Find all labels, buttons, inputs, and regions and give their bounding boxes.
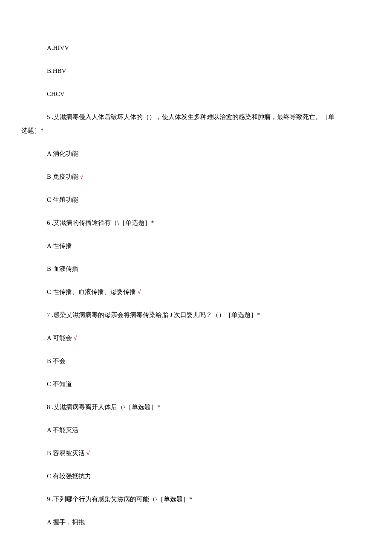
- q7-option-c: C 不知道: [21, 379, 371, 389]
- q5-stem-part1: 5 .艾滋病毒侵入人体后破坏人体的（），使人体发生多种难以治愈的感染和肿瘤，最终…: [21, 112, 371, 122]
- q4-option-a: A.HIVV: [21, 43, 371, 53]
- q5-stem-part2: 选题］*: [21, 125, 371, 136]
- q5-option-b: B 免疫功能 √: [21, 171, 371, 182]
- q5-option-c: C 生殖功能: [21, 195, 371, 205]
- q6-option-c: C 性传播、血液传播、母婴传播 √: [21, 287, 371, 297]
- q5-option-a: A 消化功能: [21, 148, 371, 159]
- q7-option-a-text: A 可能会: [47, 334, 74, 341]
- q6-stem: 6 .艾滋病的传播途径有（\［单选题］*: [21, 218, 371, 228]
- q4-option-b: B.HBV: [21, 66, 371, 76]
- q8-option-b-text: B 容易被灭活: [47, 450, 86, 456]
- q6-option-c-text: C 性传播、血液传播、母婴传播: [47, 288, 138, 295]
- q7-option-a: A 可能会 √: [21, 333, 371, 343]
- q8-option-b: B 容易被灭活 √: [21, 448, 371, 458]
- q9-option-a: A 握手，拥抱: [21, 517, 371, 527]
- q8-stem: 8 .艾滋病病毒离开人体后（\［单选题］*: [21, 402, 371, 412]
- check-icon: √: [138, 288, 141, 295]
- q8-option-c: C 有较强抵抗力: [21, 471, 371, 481]
- q9-stem: 9 .下列哪个行为有感染艾滋病的可能（\［单选题］*: [21, 494, 371, 504]
- q7-option-b: B 不会: [21, 356, 371, 366]
- q7-stem: 7 .感染艾滋病病毒的母亲会将病毒传染给胎 J 次口婴儿吗？（）［单选题］*: [21, 310, 371, 320]
- check-icon: √: [80, 173, 84, 180]
- q6-option-b: B 血液传播: [21, 264, 371, 274]
- q6-option-a: A 性传播: [21, 241, 371, 251]
- q8-option-a: A 不能灭活: [21, 425, 371, 435]
- q5-option-b-text: B 免疫功能: [47, 173, 80, 180]
- check-icon: √: [74, 334, 77, 341]
- q4-option-c: CHCV: [21, 89, 371, 99]
- check-icon: √: [86, 450, 90, 456]
